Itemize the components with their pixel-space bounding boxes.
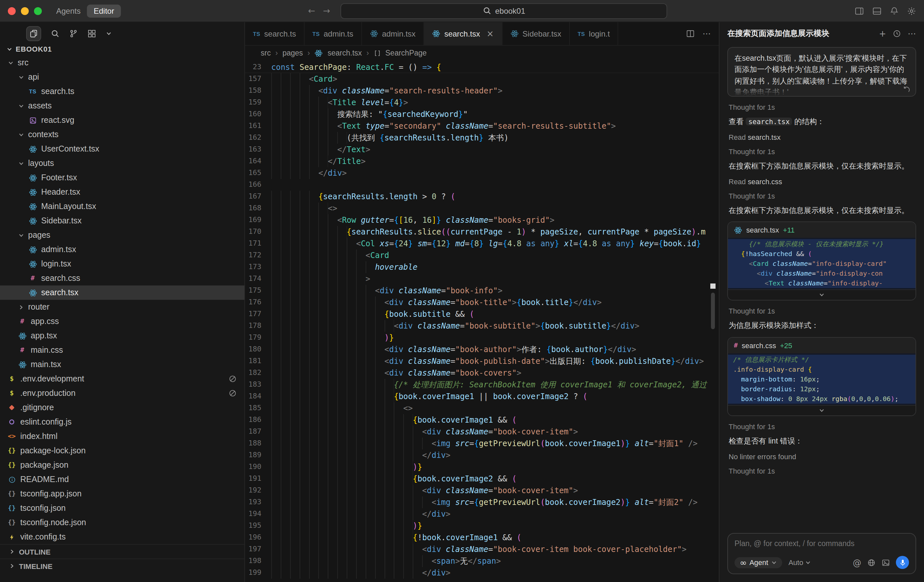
titlebar-tab-editor[interactable]: Editor: [87, 4, 121, 17]
tree-item-mainlayout-tsx[interactable]: MainLayout.tsx: [0, 199, 244, 214]
diff-card-header[interactable]: #search.css+25: [728, 338, 916, 354]
tree-item-package-lock-json[interactable]: {}package-lock.json: [0, 444, 244, 458]
tab-search-ts[interactable]: TSsearch.ts: [245, 22, 305, 45]
tree-item-main-css[interactable]: #main.css: [0, 343, 244, 357]
titlebar-tab-agents[interactable]: Agents: [56, 6, 81, 15]
tree-item-usercontext-tsx[interactable]: UserContext.tsx: [0, 142, 244, 156]
settings-gear-icon[interactable]: [907, 6, 916, 15]
tree-item-login-tsx[interactable]: login.tsx: [0, 257, 244, 271]
tree-item-footer-tsx[interactable]: Footer.tsx: [0, 170, 244, 185]
thought-duration[interactable]: Thought for 1s: [729, 307, 915, 315]
sidebar-more-chevron-icon[interactable]: [106, 30, 112, 36]
web-search-icon[interactable]: [867, 558, 876, 567]
split-editor-icon[interactable]: [686, 30, 695, 38]
chat-composer[interactable]: Plan, @ for context, / for commands ∞ Ag…: [727, 533, 916, 574]
tree-item-search-tsx[interactable]: search.tsx: [0, 285, 244, 300]
notifications-icon[interactable]: [890, 7, 899, 15]
scrollbar-marker[interactable]: [710, 284, 716, 289]
thought-duration[interactable]: Thought for 1s: [729, 467, 915, 475]
breadcrumb-item-searchpage[interactable]: SearchPage: [385, 49, 427, 57]
chat-more-icon[interactable]: ⋯: [908, 29, 916, 38]
tree-item-package-json[interactable]: {}package.json: [0, 458, 244, 472]
expand-diff-button[interactable]: [728, 290, 916, 300]
toggle-secondary-sidebar-icon[interactable]: [855, 6, 864, 15]
zoom-window-button[interactable]: [34, 7, 42, 15]
info-file-icon: [7, 476, 17, 483]
tree-item-pages[interactable]: pages: [0, 228, 244, 242]
breadcrumb-item-pages[interactable]: pages: [282, 49, 303, 57]
forward-button[interactable]: →: [323, 7, 330, 15]
minimize-window-button[interactable]: [21, 7, 29, 15]
thought-duration[interactable]: Thought for 1s: [729, 148, 915, 155]
more-editor-actions-icon[interactable]: ⋯: [703, 30, 711, 38]
tree-item-search-css[interactable]: #search.css: [0, 271, 244, 285]
tree-item-header-tsx[interactable]: Header.tsx: [0, 185, 244, 199]
tab-login-t[interactable]: TSlogin.t: [570, 22, 619, 45]
tree-item-search-ts[interactable]: TSsearch.ts: [0, 84, 244, 99]
code-editor[interactable]: 23const SearchPage: React.FC = () => {15…: [245, 60, 719, 582]
tool-call-read[interactable]: Read search.css: [729, 177, 915, 185]
tree-item-index-html[interactable]: <>index.html: [0, 429, 244, 444]
thought-duration[interactable]: Thought for 1s: [729, 192, 915, 199]
tree-item-sidebar-tsx[interactable]: Sidebar.tsx: [0, 214, 244, 228]
thought-duration[interactable]: Thought for 1s: [729, 423, 915, 431]
timeline-section[interactable]: TIMELINE: [0, 559, 244, 573]
breadcrumb-item-src[interactable]: src: [261, 49, 271, 57]
tree-item-gitignore[interactable]: .gitignore: [0, 401, 244, 415]
tree-item-admin-tsx[interactable]: admin.tsx: [0, 242, 244, 257]
tree-item-app-css[interactable]: #app.css: [0, 314, 244, 328]
tab-admin-tsx[interactable]: admin.tsx: [362, 22, 424, 45]
extensions-icon[interactable]: [87, 29, 96, 38]
tree-item-tsconfig-node-json[interactable]: {}tsconfig.node.json: [0, 515, 244, 530]
restore-checkpoint-icon[interactable]: [903, 86, 910, 93]
scrollbar-thumb[interactable]: [711, 293, 715, 329]
outline-section[interactable]: OUTLINE: [0, 544, 244, 559]
tab-sidebar-tsx[interactable]: Sidebar.tsx: [502, 22, 570, 45]
composer-input[interactable]: Plan, @ for context, / for commands: [734, 539, 909, 547]
tree-item-tsconfig-json[interactable]: {}tsconfig.json: [0, 501, 244, 515]
project-root[interactable]: EBOOK01: [0, 45, 244, 56]
user-message-bubble[interactable]: 在search.tsx页面，默认进入展示'搜索'模块时，在下面添加一个模块作为'…: [727, 47, 916, 97]
tree-item-main-tsx[interactable]: main.tsx: [0, 357, 244, 372]
mention-context-icon[interactable]: @: [853, 558, 861, 567]
tree-item-app-tsx[interactable]: app.tsx: [0, 328, 244, 343]
tool-call-read[interactable]: Read search.tsx: [729, 133, 915, 141]
chat-history-icon[interactable]: [893, 29, 901, 38]
voice-input-button[interactable]: [896, 556, 909, 569]
close-window-button[interactable]: [8, 7, 16, 15]
explorer-files-icon[interactable]: [26, 26, 41, 41]
thought-duration[interactable]: Thought for 1s: [729, 103, 915, 111]
tree-item-env-production[interactable]: $.env.production: [0, 386, 244, 401]
source-control-icon[interactable]: [69, 29, 78, 38]
close-icon[interactable]: ×: [487, 30, 494, 38]
chat-thread[interactable]: 在search.tsx页面，默认进入展示'搜索'模块时，在下面添加一个模块作为'…: [719, 45, 924, 528]
sidebar-search-icon[interactable]: [51, 29, 59, 38]
breadcrumb[interactable]: src›pages›search.tsx›SearchPage: [245, 46, 719, 60]
tree-item-vite-config-ts[interactable]: vite.config.ts: [0, 530, 244, 544]
tree-item-tsconfig-app-json[interactable]: {}tsconfig.app.json: [0, 486, 244, 501]
tab-admin-ts[interactable]: TSadmin.ts: [305, 22, 362, 45]
tab-search-tsx[interactable]: search.tsx×: [424, 22, 502, 45]
tree-item-router[interactable]: router: [0, 300, 244, 314]
model-selector[interactable]: Auto: [789, 559, 811, 566]
tree-item-layouts[interactable]: layouts: [0, 156, 244, 170]
attach-image-icon[interactable]: [881, 558, 890, 567]
diff-card-header[interactable]: search.tsx+11: [728, 223, 916, 238]
code-diff-card[interactable]: #search.css+25/* 信息展示卡片样式 */.info-displa…: [727, 337, 916, 416]
toggle-panel-icon[interactable]: [872, 6, 881, 15]
code-diff-card[interactable]: search.tsx+11{/* 信息展示模块 - 仅在未搜索时显示 */}{!…: [727, 222, 916, 301]
tree-item-eslint-config-js[interactable]: eslint.config.js: [0, 415, 244, 429]
project-search-box[interactable]: ebook01: [341, 3, 668, 19]
tree-item-assets[interactable]: assets: [0, 99, 244, 113]
back-button[interactable]: ←: [308, 7, 315, 15]
tree-item-api[interactable]: api: [0, 70, 244, 84]
tree-item-env-development[interactable]: $.env.development: [0, 372, 244, 386]
tree-item-src[interactable]: src: [0, 56, 244, 70]
new-chat-icon[interactable]: +: [879, 29, 886, 38]
tree-item-readme-md[interactable]: README.md: [0, 472, 244, 486]
tree-item-contexts[interactable]: contexts: [0, 127, 244, 142]
expand-diff-button[interactable]: [728, 405, 916, 416]
agent-mode-selector[interactable]: ∞ Agent: [734, 557, 782, 568]
tree-item-react-svg[interactable]: react.svg: [0, 113, 244, 127]
breadcrumb-item-search-tsx[interactable]: search.tsx: [328, 49, 362, 57]
